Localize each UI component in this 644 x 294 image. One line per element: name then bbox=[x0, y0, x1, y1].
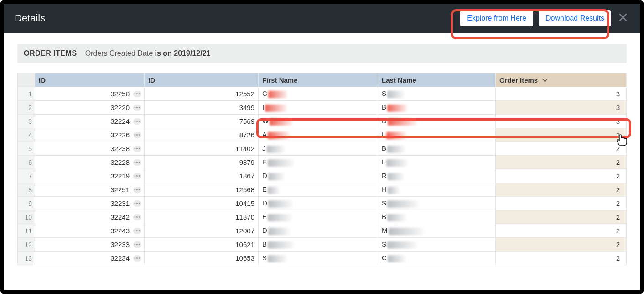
cell-first-name[interactable]: J bbox=[259, 142, 378, 156]
table-row[interactable]: 1232233•••10621BS2 bbox=[18, 238, 627, 252]
cell-order-items[interactable]: 2 bbox=[496, 210, 627, 224]
cell-id2[interactable]: 7569 bbox=[145, 115, 259, 128]
row-actions-icon[interactable]: ••• bbox=[133, 159, 141, 166]
cell-id1[interactable]: 32228••• bbox=[35, 156, 145, 169]
row-actions-icon[interactable]: ••• bbox=[133, 146, 141, 152]
cell-order-items[interactable]: 2 bbox=[496, 183, 627, 197]
cell-id2[interactable]: 12668 bbox=[145, 183, 259, 197]
cell-id2[interactable]: 9379 bbox=[145, 156, 259, 169]
download-results-button[interactable]: Download Results bbox=[539, 10, 611, 26]
cell-first-name[interactable]: E bbox=[259, 183, 378, 197]
cell-id1[interactable]: 32234••• bbox=[35, 252, 145, 265]
column-header-id2[interactable]: ID bbox=[145, 74, 259, 87]
cell-id1[interactable]: 32231••• bbox=[35, 197, 145, 210]
column-header-id1[interactable]: ID bbox=[35, 74, 145, 87]
cell-id2[interactable]: 10621 bbox=[145, 238, 259, 252]
cell-id1[interactable]: 32238••• bbox=[35, 142, 145, 156]
cell-id1[interactable]: 32224••• bbox=[35, 115, 145, 128]
cell-first-name[interactable]: D bbox=[259, 197, 378, 210]
row-actions-icon[interactable]: ••• bbox=[133, 105, 141, 111]
cell-last-name[interactable]: S bbox=[378, 87, 496, 101]
cell-id1[interactable]: 32251••• bbox=[35, 183, 145, 197]
cell-first-name[interactable]: D bbox=[259, 224, 378, 238]
table-row[interactable]: 1332234•••10653SC2 bbox=[18, 252, 627, 265]
cell-last-name[interactable]: S bbox=[378, 238, 496, 252]
cell-order-items[interactable]: 2 bbox=[496, 156, 627, 169]
cell-last-name[interactable]: M bbox=[378, 224, 496, 238]
cell-order-items[interactable]: 2 bbox=[496, 169, 627, 183]
row-actions-icon[interactable]: ••• bbox=[133, 91, 141, 97]
cell-last-name[interactable]: H bbox=[378, 183, 496, 197]
cell-last-name[interactable]: D bbox=[378, 115, 496, 128]
row-actions-icon[interactable]: ••• bbox=[133, 200, 141, 207]
cell-first-name[interactable]: C bbox=[259, 87, 378, 101]
cell-order-items[interactable]: 2 bbox=[496, 224, 627, 238]
cell-first-name[interactable]: A bbox=[259, 128, 378, 142]
cell-id1[interactable]: 32250••• bbox=[35, 87, 145, 101]
cell-last-name[interactable]: B bbox=[378, 210, 496, 224]
close-icon[interactable] bbox=[617, 12, 629, 24]
cell-first-name[interactable]: E bbox=[259, 210, 378, 224]
cell-last-name[interactable]: L bbox=[378, 128, 496, 142]
row-actions-icon[interactable]: ••• bbox=[133, 187, 141, 193]
row-actions-icon[interactable]: ••• bbox=[133, 118, 141, 125]
table-row[interactable]: 132250•••12552CS3 bbox=[18, 87, 627, 101]
row-actions-icon[interactable]: ••• bbox=[133, 214, 141, 220]
cell-order-items[interactable]: 2 bbox=[496, 128, 627, 142]
cell-last-name[interactable]: B bbox=[378, 142, 496, 156]
table-row[interactable]: 332224•••7569WD3 bbox=[18, 115, 627, 128]
row-actions-icon[interactable]: ••• bbox=[133, 132, 141, 138]
cell-first-name[interactable]: E bbox=[259, 156, 378, 169]
cell-id2[interactable]: 10415 bbox=[145, 197, 259, 210]
column-header-first-name[interactable]: First Name bbox=[259, 74, 378, 87]
cell-id2[interactable]: 11870 bbox=[145, 210, 259, 224]
table-row[interactable]: 932231•••10415DS2 bbox=[18, 197, 627, 210]
cell-first-name[interactable]: W bbox=[259, 115, 378, 128]
table-row[interactable]: 432226•••8726AL2 bbox=[18, 128, 627, 142]
cell-last-name[interactable]: C bbox=[378, 252, 496, 265]
row-number: 2 bbox=[18, 101, 35, 115]
row-actions-icon[interactable]: ••• bbox=[133, 228, 141, 234]
column-header-order-items[interactable]: Order Items bbox=[496, 74, 627, 87]
table-row[interactable]: 732219•••1867DR2 bbox=[18, 169, 627, 183]
table-row[interactable]: 1132243•••12007DM2 bbox=[18, 224, 627, 238]
cell-id2[interactable]: 10653 bbox=[145, 252, 259, 265]
cell-id2[interactable]: 12552 bbox=[145, 87, 259, 101]
cell-id2[interactable]: 12007 bbox=[145, 224, 259, 238]
table-row[interactable]: 632228•••9379EL2 bbox=[18, 156, 627, 169]
cell-order-items[interactable]: 2 bbox=[496, 142, 627, 156]
cell-id2[interactable]: 1867 bbox=[145, 169, 259, 183]
cell-id1[interactable]: 32226••• bbox=[35, 128, 145, 142]
cell-first-name[interactable]: I bbox=[259, 101, 378, 115]
explore-from-here-button[interactable]: Explore from Here bbox=[460, 10, 533, 26]
table-row[interactable]: 532238•••11402JB2 bbox=[18, 142, 627, 156]
table-row[interactable]: 232220•••3499IB3 bbox=[18, 101, 627, 115]
cell-id1[interactable]: 32243••• bbox=[35, 224, 145, 238]
table-row[interactable]: 832251•••12668EH2 bbox=[18, 183, 627, 197]
cell-order-items[interactable]: 2 bbox=[496, 238, 627, 252]
cell-order-items[interactable]: 3 bbox=[496, 101, 627, 115]
cell-order-items[interactable]: 3 bbox=[496, 87, 627, 101]
cell-last-name[interactable]: B bbox=[378, 101, 496, 115]
cell-first-name[interactable]: D bbox=[259, 169, 378, 183]
cell-order-items[interactable]: 2 bbox=[496, 197, 627, 210]
cell-id1[interactable]: 32233••• bbox=[35, 238, 145, 252]
row-actions-icon[interactable]: ••• bbox=[133, 255, 141, 262]
cell-first-name[interactable]: B bbox=[259, 238, 378, 252]
cell-order-items[interactable]: 2 bbox=[496, 252, 627, 265]
cell-id2[interactable]: 11402 bbox=[145, 142, 259, 156]
row-actions-icon[interactable]: ••• bbox=[133, 242, 141, 248]
cell-id1[interactable]: 32219••• bbox=[35, 169, 145, 183]
column-header-last-name[interactable]: Last Name bbox=[378, 74, 496, 87]
cell-id1[interactable]: 32220••• bbox=[35, 101, 145, 115]
cell-last-name[interactable]: R bbox=[378, 169, 496, 183]
cell-id1[interactable]: 32242••• bbox=[35, 210, 145, 224]
cell-order-items[interactable]: 3 bbox=[496, 115, 627, 128]
cell-last-name[interactable]: S bbox=[378, 197, 496, 210]
table-row[interactable]: 1032242•••11870EB2 bbox=[18, 210, 627, 224]
cell-last-name[interactable]: L bbox=[378, 156, 496, 169]
row-actions-icon[interactable]: ••• bbox=[133, 173, 141, 179]
cell-id2[interactable]: 3499 bbox=[145, 101, 259, 115]
cell-first-name[interactable]: S bbox=[259, 252, 378, 265]
cell-id2[interactable]: 8726 bbox=[145, 128, 259, 142]
